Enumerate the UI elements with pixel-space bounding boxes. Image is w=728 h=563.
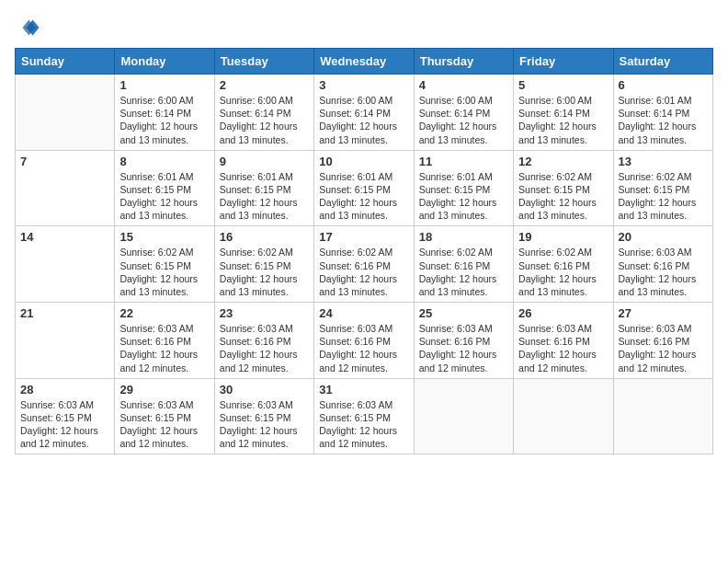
calendar-cell: 21: [16, 303, 115, 379]
calendar-cell: 29Sunrise: 6:03 AMSunset: 6:15 PMDayligh…: [115, 378, 214, 454]
day-number: 13: [619, 155, 708, 168]
day-info: Sunrise: 6:02 AMSunset: 6:15 PMDaylight:…: [518, 170, 608, 223]
calendar-cell: 30Sunrise: 6:03 AMSunset: 6:15 PMDayligh…: [214, 378, 313, 454]
calendar-table: SundayMondayTuesdayWednesdayThursdayFrid…: [15, 48, 713, 454]
day-info: Sunrise: 6:01 AMSunset: 6:15 PMDaylight:…: [119, 170, 209, 223]
calendar-cell: 15Sunrise: 6:02 AMSunset: 6:15 PMDayligh…: [115, 226, 214, 303]
day-number: 6: [619, 78, 708, 92]
day-info: Sunrise: 6:02 AMSunset: 6:16 PMDaylight:…: [319, 246, 408, 298]
day-number: 18: [419, 230, 508, 244]
day-number: 8: [119, 155, 209, 168]
logo-icon: [15, 15, 40, 40]
day-number: 29: [119, 383, 209, 396]
calendar-week-row: 1Sunrise: 6:00 AMSunset: 6:14 PMDaylight…: [16, 75, 713, 151]
weekday-header-thursday: Thursday: [414, 49, 513, 75]
day-info: Sunrise: 6:02 AMSunset: 6:15 PMDaylight:…: [220, 246, 309, 298]
calendar-cell: 11Sunrise: 6:01 AMSunset: 6:15 PMDayligh…: [414, 150, 513, 226]
calendar-cell: 9Sunrise: 6:01 AMSunset: 6:15 PMDaylight…: [214, 150, 313, 226]
day-info: Sunrise: 6:03 AMSunset: 6:16 PMDaylight:…: [319, 322, 408, 374]
calendar-cell: 6Sunrise: 6:01 AMSunset: 6:14 PMDaylight…: [613, 75, 712, 151]
day-number: 31: [319, 383, 408, 396]
day-number: 24: [319, 306, 408, 320]
day-info: Sunrise: 6:02 AMSunset: 6:15 PMDaylight:…: [119, 246, 209, 298]
calendar-cell: 25Sunrise: 6:03 AMSunset: 6:16 PMDayligh…: [414, 303, 513, 379]
day-number: 12: [518, 155, 608, 168]
weekday-header-saturday: Saturday: [613, 49, 712, 75]
weekday-header-tuesday: Tuesday: [214, 49, 313, 75]
day-info: Sunrise: 6:02 AMSunset: 6:15 PMDaylight:…: [619, 170, 708, 223]
day-number: 14: [20, 230, 109, 244]
calendar-cell: 13Sunrise: 6:02 AMSunset: 6:15 PMDayligh…: [613, 150, 712, 226]
calendar-cell: 18Sunrise: 6:02 AMSunset: 6:16 PMDayligh…: [414, 226, 513, 303]
calendar-cell: [613, 378, 712, 454]
day-info: Sunrise: 6:03 AMSunset: 6:16 PMDaylight:…: [619, 246, 708, 298]
day-info: Sunrise: 6:03 AMSunset: 6:16 PMDaylight:…: [518, 322, 608, 374]
calendar-cell: 16Sunrise: 6:02 AMSunset: 6:15 PMDayligh…: [214, 226, 313, 303]
day-info: Sunrise: 6:02 AMSunset: 6:16 PMDaylight:…: [518, 246, 608, 298]
calendar-cell: 28Sunrise: 6:03 AMSunset: 6:15 PMDayligh…: [16, 378, 115, 454]
calendar-cell: [414, 378, 513, 454]
calendar-cell: 31Sunrise: 6:03 AMSunset: 6:15 PMDayligh…: [314, 378, 414, 454]
logo: [15, 15, 44, 40]
day-info: Sunrise: 6:01 AMSunset: 6:14 PMDaylight:…: [619, 94, 708, 146]
day-number: 10: [319, 155, 408, 168]
day-number: 21: [20, 306, 109, 320]
day-info: Sunrise: 6:01 AMSunset: 6:15 PMDaylight:…: [419, 170, 508, 223]
calendar-cell: 7: [16, 150, 115, 226]
day-number: 16: [220, 230, 309, 244]
weekday-header-sunday: Sunday: [16, 49, 115, 75]
calendar-cell: 14: [16, 226, 115, 303]
calendar-cell: 23Sunrise: 6:03 AMSunset: 6:16 PMDayligh…: [214, 303, 313, 379]
day-number: 25: [419, 306, 508, 320]
day-number: 22: [119, 306, 209, 320]
calendar-cell: 10Sunrise: 6:01 AMSunset: 6:15 PMDayligh…: [314, 150, 414, 226]
weekday-header-wednesday: Wednesday: [314, 49, 414, 75]
day-info: Sunrise: 6:03 AMSunset: 6:16 PMDaylight:…: [419, 322, 508, 374]
day-number: 4: [419, 78, 508, 92]
calendar-cell: [16, 75, 115, 151]
day-info: Sunrise: 6:00 AMSunset: 6:14 PMDaylight:…: [220, 94, 309, 146]
day-info: Sunrise: 6:03 AMSunset: 6:16 PMDaylight:…: [119, 322, 209, 374]
calendar-cell: 12Sunrise: 6:02 AMSunset: 6:15 PMDayligh…: [514, 150, 613, 226]
day-info: Sunrise: 6:03 AMSunset: 6:15 PMDaylight:…: [220, 398, 309, 451]
calendar-cell: 17Sunrise: 6:02 AMSunset: 6:16 PMDayligh…: [314, 226, 414, 303]
day-number: 2: [220, 78, 309, 92]
day-number: 30: [220, 383, 309, 396]
calendar-week-row: 28Sunrise: 6:03 AMSunset: 6:15 PMDayligh…: [16, 378, 713, 454]
day-number: 1: [119, 78, 209, 92]
calendar-week-row: 2122Sunrise: 6:03 AMSunset: 6:16 PMDayli…: [16, 303, 713, 379]
day-number: 27: [619, 306, 708, 320]
day-info: Sunrise: 6:00 AMSunset: 6:14 PMDaylight:…: [319, 94, 408, 146]
day-info: Sunrise: 6:03 AMSunset: 6:16 PMDaylight:…: [220, 322, 309, 374]
calendar-cell: 20Sunrise: 6:03 AMSunset: 6:16 PMDayligh…: [613, 226, 712, 303]
calendar-week-row: 1415Sunrise: 6:02 AMSunset: 6:15 PMDayli…: [16, 226, 713, 303]
calendar-cell: 19Sunrise: 6:02 AMSunset: 6:16 PMDayligh…: [514, 226, 613, 303]
day-info: Sunrise: 6:02 AMSunset: 6:16 PMDaylight:…: [419, 246, 508, 298]
calendar-cell: [514, 378, 613, 454]
calendar-cell: 3Sunrise: 6:00 AMSunset: 6:14 PMDaylight…: [314, 75, 414, 151]
day-info: Sunrise: 6:01 AMSunset: 6:15 PMDaylight:…: [220, 170, 309, 223]
day-number: 17: [319, 230, 408, 244]
weekday-header-friday: Friday: [514, 49, 613, 75]
day-number: 3: [319, 78, 408, 92]
day-number: 9: [220, 155, 309, 168]
day-number: 28: [20, 383, 109, 396]
calendar-cell: 5Sunrise: 6:00 AMSunset: 6:14 PMDaylight…: [514, 75, 613, 151]
calendar-cell: 8Sunrise: 6:01 AMSunset: 6:15 PMDaylight…: [115, 150, 214, 226]
day-info: Sunrise: 6:00 AMSunset: 6:14 PMDaylight:…: [518, 94, 608, 146]
day-info: Sunrise: 6:03 AMSunset: 6:15 PMDaylight:…: [319, 398, 408, 451]
calendar-cell: 2Sunrise: 6:00 AMSunset: 6:14 PMDaylight…: [214, 75, 313, 151]
day-number: 11: [419, 155, 508, 168]
day-number: 5: [518, 78, 608, 92]
day-info: Sunrise: 6:03 AMSunset: 6:16 PMDaylight:…: [619, 322, 708, 374]
calendar-cell: 1Sunrise: 6:00 AMSunset: 6:14 PMDaylight…: [115, 75, 214, 151]
calendar-cell: 22Sunrise: 6:03 AMSunset: 6:16 PMDayligh…: [115, 303, 214, 379]
day-info: Sunrise: 6:00 AMSunset: 6:14 PMDaylight:…: [419, 94, 508, 146]
day-info: Sunrise: 6:00 AMSunset: 6:14 PMDaylight:…: [119, 94, 209, 146]
weekday-header-monday: Monday: [115, 49, 214, 75]
day-info: Sunrise: 6:03 AMSunset: 6:15 PMDaylight:…: [119, 398, 209, 451]
calendar-cell: 4Sunrise: 6:00 AMSunset: 6:14 PMDaylight…: [414, 75, 513, 151]
day-number: 15: [119, 230, 209, 244]
page-header: [15, 15, 713, 40]
day-info: Sunrise: 6:01 AMSunset: 6:15 PMDaylight:…: [319, 170, 408, 223]
